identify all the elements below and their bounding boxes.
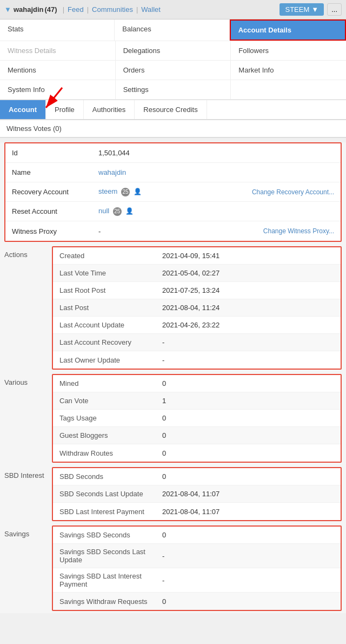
last-account-recovery-row: Last Account Recovery -: [53, 334, 341, 351]
menu-row-3: Mentions Orders Market Info: [0, 61, 346, 80]
more-button[interactable]: ...: [327, 3, 342, 16]
witness-proxy-row: Witness Proxy - Change Witness Proxy...: [5, 221, 341, 241]
savings-sbd-seconds-value: 0: [162, 531, 166, 539]
recovery-link[interactable]: steem: [98, 187, 117, 195]
can-vote-value: 1: [162, 397, 166, 405]
menu-witness-details[interactable]: Witness Details: [0, 41, 116, 60]
last-account-update-row: Last Account Update 2021-04-26, 23:22: [53, 317, 341, 334]
reset-account-row: Reset Account null 25 👤: [5, 202, 341, 221]
last-root-post-value: 2021-07-25, 13:24: [162, 286, 219, 294]
tab-account[interactable]: Account: [0, 100, 46, 119]
mined-value: 0: [162, 379, 166, 387]
sbd-interest-section: SBD Interest SBD Seconds 0 SBD Seconds L…: [4, 467, 342, 523]
name-label: Name: [12, 168, 98, 176]
witness-proxy-value: -: [98, 227, 263, 235]
wallet-link[interactable]: Wallet: [141, 5, 161, 14]
witness-proxy-label: Witness Proxy: [12, 227, 98, 235]
reset-value: null 25 👤: [98, 207, 334, 216]
menu-system-info[interactable]: System Info: [0, 80, 116, 99]
savings-sbd-last-interest-row: Savings SBD Last Interest Payment -: [53, 568, 341, 593]
guest-bloggers-row: Guest Bloggers 0: [53, 427, 341, 444]
actions-box: Created 2021-04-09, 15:41 Last Vote Time…: [52, 246, 342, 370]
menu-orders[interactable]: Orders: [116, 61, 231, 80]
change-recovery-btn[interactable]: Change Recovery Account...: [252, 188, 334, 196]
last-owner-update-label: Last Owner Update: [59, 356, 162, 364]
name-value: wahajdin: [98, 168, 334, 176]
account-info-box: Id 1,501,044 Name wahajdin Recovery Acco…: [4, 142, 342, 242]
menu-balances[interactable]: Balances: [115, 19, 229, 41]
witness-votes-row[interactable]: Witness Votes (0): [0, 120, 346, 138]
menu-followers[interactable]: Followers: [231, 41, 346, 60]
savings-sbd-seconds-last-update-value: -: [162, 552, 164, 560]
savings-sbd-last-interest-value: -: [162, 576, 164, 584]
tab-resource-credits[interactable]: Resource Credits: [135, 100, 207, 119]
last-root-post-row: Last Root Post 2021-07-25, 13:24: [53, 282, 341, 299]
name-row: Name wahajdin: [5, 163, 341, 182]
sbd-last-interest-row: SBD Last Interest Payment 2021-08-04, 11…: [53, 503, 341, 520]
menu-delegations[interactable]: Delegations: [116, 41, 231, 60]
mined-label: Mined: [59, 379, 162, 387]
created-label: Created: [59, 252, 162, 260]
savings-sbd-last-interest-label: Savings SBD Last Interest Payment: [59, 572, 162, 588]
menu-grid: Stats Balances Account Details Witness D…: [0, 19, 346, 100]
recovery-badge: 25: [121, 188, 130, 196]
savings-sbd-seconds-last-update-label: Savings SBD Seconds Last Update: [59, 548, 162, 564]
savings-label: Savings: [4, 525, 48, 538]
sbd-seconds-last-update-row: SBD Seconds Last Update 2021-08-04, 11:0…: [53, 485, 341, 503]
sbd-seconds-value: 0: [162, 472, 166, 481]
tags-usage-value: 0: [162, 414, 166, 422]
withdraw-routes-label: Withdraw Routes: [59, 449, 162, 457]
savings-section: Savings Savings SBD Seconds 0 Savings SB…: [4, 525, 342, 613]
withdraw-routes-value: 0: [162, 449, 166, 457]
savings-sbd-seconds-row: Savings SBD Seconds 0: [53, 527, 341, 544]
menu-row-1: Stats Balances Account Details: [0, 19, 346, 41]
menu-stats[interactable]: Stats: [0, 19, 115, 41]
recovery-label: Recovery Account: [12, 188, 98, 196]
tab-profile[interactable]: Profile: [46, 100, 84, 119]
tab-authorities[interactable]: Authorities: [84, 100, 135, 119]
last-owner-update-row: Last Owner Update -: [53, 351, 341, 369]
username-area[interactable]: ▼ wahajdin (47): [4, 5, 57, 14]
last-account-update-label: Last Account Update: [59, 321, 162, 329]
top-nav: ▼ wahajdin (47) | Feed | Communities | W…: [0, 0, 346, 19]
created-row: Created 2021-04-09, 15:41: [53, 247, 341, 265]
menu-settings[interactable]: Settings: [116, 80, 231, 99]
last-vote-row: Last Vote Time 2021-05-04, 02:27: [53, 265, 341, 282]
id-row: Id 1,501,044: [5, 143, 341, 163]
feed-link[interactable]: Feed: [68, 5, 84, 14]
sub-tabs: Account Profile Authorities Resource Cre…: [0, 100, 346, 120]
savings-sbd-seconds-label: Savings SBD Seconds: [59, 531, 162, 539]
menu-account-details[interactable]: Account Details: [230, 19, 346, 41]
person-icon: 👤: [134, 188, 142, 195]
change-witness-proxy-btn[interactable]: Change Witness Proxy...: [263, 227, 334, 235]
reset-person-icon: 👤: [125, 207, 134, 215]
savings-sbd-seconds-last-update-row: Savings SBD Seconds Last Update -: [53, 544, 341, 568]
various-section: Various Mined 0 Can Vote 1 Tags Usage 0 …: [4, 374, 342, 465]
menu-market-info[interactable]: Market Info: [231, 61, 346, 80]
steem-button[interactable]: STEEM ▼: [280, 3, 324, 16]
name-link[interactable]: wahajdin: [98, 168, 126, 176]
savings-withdraw-requests-value: 0: [162, 597, 166, 606]
sbd-interest-box: SBD Seconds 0 SBD Seconds Last Update 20…: [52, 467, 342, 521]
mined-row: Mined 0: [53, 375, 341, 392]
actions-label: Actions: [4, 246, 48, 259]
tags-usage-label: Tags Usage: [59, 414, 162, 422]
guest-bloggers-label: Guest Bloggers: [59, 431, 162, 439]
last-vote-value: 2021-05-04, 02:27: [162, 269, 219, 277]
sbd-seconds-last-update-label: SBD Seconds Last Update: [59, 490, 162, 498]
recovery-account-row: Recovery Account steem 25 👤 Change Recov…: [5, 182, 341, 202]
savings-box: Savings SBD Seconds 0 Savings SBD Second…: [52, 525, 342, 611]
reset-link[interactable]: null: [98, 207, 109, 215]
sbd-last-interest-label: SBD Last Interest Payment: [59, 508, 162, 516]
savings-withdraw-requests-label: Savings Withdraw Requests: [59, 597, 162, 606]
communities-link[interactable]: Communities: [92, 5, 133, 14]
last-account-recovery-label: Last Account Recovery: [59, 338, 162, 346]
recovery-value: steem 25 👤: [98, 187, 252, 196]
menu-row-2: Witness Details Delegations Followers: [0, 41, 346, 61]
id-value: 1,501,044: [98, 149, 334, 157]
guest-bloggers-value: 0: [162, 431, 166, 439]
withdraw-routes-row: Withdraw Routes 0: [53, 444, 341, 462]
menu-mentions[interactable]: Mentions: [0, 61, 116, 80]
sbd-interest-label: SBD Interest: [4, 467, 48, 479]
created-value: 2021-04-09, 15:41: [162, 252, 219, 260]
